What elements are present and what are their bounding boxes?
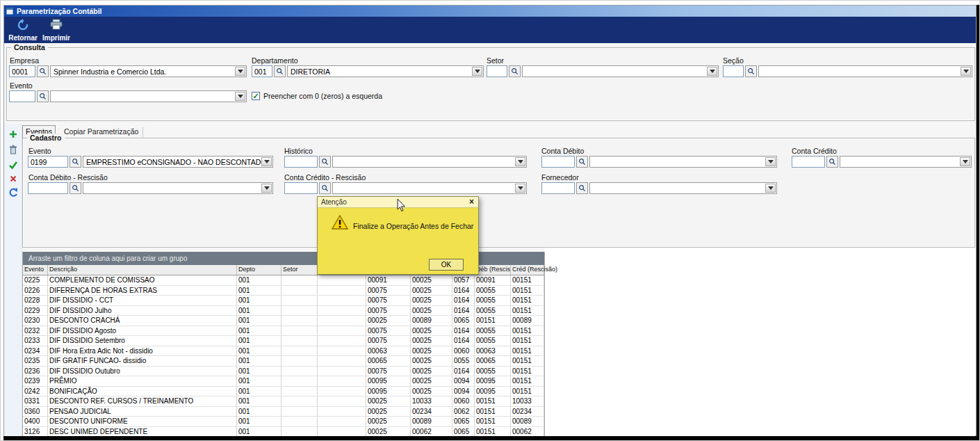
conta-debito-search-button[interactable] [576,156,588,168]
grid-cell: 00025 [411,275,452,285]
conta-debito-code-input[interactable] [541,156,575,168]
grid-body: 0225COMPLEMENTO DE COMISSAO0010009100025… [23,275,544,437]
conta-credito-rescisao-combo[interactable] [332,182,527,194]
table-row[interactable]: 0239PRÊMIO001000950002500940009500151 [23,376,544,387]
grid-cell [318,387,366,396]
consulta-evento-combo[interactable] [50,90,247,102]
grid-header-cell[interactable]: Setor [281,265,318,275]
grid-cell: 001 [237,286,281,296]
grid-cell [318,306,366,316]
historico-search-button[interactable] [319,156,331,168]
grid-cell: 001 [237,316,281,326]
empresa-search-button[interactable] [37,65,49,77]
table-row[interactable]: 3126DESC UNIMED DEPENDENTE00100025000620… [23,427,544,438]
ok-button[interactable]: OK [429,259,464,271]
imprimir-button[interactable]: Imprimir [40,17,72,42]
setor-combo[interactable] [522,65,719,77]
grid-cell: 0234 [23,346,48,356]
confirm-button[interactable] [7,159,19,171]
conta-credito-rescisao-search-button[interactable] [319,182,331,194]
cadastro-evento-combo[interactable]: EMPRESTIMO eCONSIGNADO - NAO DESCONTADO [83,156,273,168]
table-row[interactable]: 0234DIF Hora Extra Adic Not - dissidio00… [23,346,544,357]
table-row[interactable]: 0228DIF DISSIDIO - CCT001000750002501640… [23,296,544,306]
grid-cell [281,427,318,437]
grid-cell: 00025 [411,326,452,336]
table-row[interactable]: 0236DIF DISSIDIO Outubro0010007500025016… [23,367,544,377]
historico-code-input[interactable] [284,156,318,168]
grid-header-cell[interactable]: Descrição [48,265,237,275]
historico-combo[interactable] [332,156,527,168]
grid-cell: 00075 [366,306,411,316]
grid-cell [318,326,366,336]
secao-search-button[interactable] [745,65,757,77]
departamento-search-button[interactable] [274,65,286,77]
grid-cell: 0094 [452,387,475,396]
fornecedor-code-input[interactable] [541,182,575,194]
grid-cell: 001 [237,356,281,366]
grid-cell: 001 [237,376,281,386]
grid-cell [281,316,318,326]
undo-button[interactable] [7,186,19,198]
grid-header-cell[interactable]: Déb (Rescisão) [475,265,511,275]
table-row[interactable]: 0400DESCONTO UNIFORME0010002500089006500… [23,417,544,427]
cadastro-evento-search-button[interactable] [70,156,81,168]
setor-search-button[interactable] [509,65,521,77]
grid-cell: 00075 [366,296,411,305]
conta-credito-search-button[interactable] [826,156,838,168]
table-row[interactable]: 0232DIF DISSIDIO Agosto00100075000250164… [23,326,544,337]
secao-code-input[interactable] [723,65,744,77]
fornecedor-combo[interactable] [589,182,777,194]
departamento-combo[interactable]: DIRETORIA [287,65,484,77]
historico-label: Histórico [284,147,313,155]
grid-cell: 0228 [23,296,48,305]
conta-debito-rescisao-code-input[interactable] [28,182,68,194]
grid-cell: 00151 [511,275,544,285]
table-row[interactable]: 0226DIFERENÇA DE HORAS EXTRAS00100075000… [23,286,544,296]
conta-debito-combo[interactable] [589,156,777,168]
delete-button[interactable] [7,143,19,156]
fornecedor-search-button[interactable] [576,182,588,194]
conta-credito-code-input[interactable] [792,156,825,168]
table-row[interactable]: 0229DIF DISSIDIO Julho001000750002501640… [23,306,544,316]
eventos-grid: Arraste um filtro de coluna aqui para cr… [22,252,545,437]
conta-credito-combo[interactable] [840,156,972,168]
conta-credito-rescisao-label: Conta Crédito - Rescisão [284,173,366,182]
grid-header-cell[interactable]: Créd (Rescisão) [511,265,544,275]
tab-copiar-parametrizacao[interactable]: Copiar Parametrização [60,127,143,138]
consulta-evento-code-input[interactable] [9,90,35,102]
grid-cell: 00025 [411,356,452,366]
table-row[interactable]: 0233DIF DISSIDIO Setembro001000750002501… [23,336,544,346]
conta-credito-label: Conta Crédito [792,147,837,155]
grid-cell: 001 [237,346,281,356]
grid-header-cell[interactable]: Evento [23,265,48,275]
departamento-code-input[interactable] [252,65,272,77]
chevron-down-icon [261,184,272,193]
setor-code-input[interactable] [487,65,507,77]
checkbox-box: ✓ [252,92,260,100]
table-row[interactable]: 0242BONIFICAÇÃO0010009500025009400095001… [23,387,544,397]
table-row[interactable]: 0235DIF GRATIF FUNCAO- dissidio001000650… [23,356,544,367]
table-row[interactable]: 0225COMPLEMENTO DE COMISSAO0010009100025… [23,275,544,286]
conta-debito-rescisao-combo[interactable] [83,182,273,194]
table-row[interactable]: 0230DESCONTO CRACHÁ001000250008900650015… [23,316,544,326]
grid-cell: 00091 [366,275,411,285]
secao-combo[interactable] [758,65,972,77]
retornar-button[interactable]: Retornar [7,17,39,42]
conta-debito-rescisao-search-button[interactable] [70,182,81,194]
grid-cell: 00151 [511,387,544,396]
table-row[interactable]: 0360PENSAO JUDICIAL001000250023400620015… [23,407,544,417]
add-button[interactable] [7,128,19,141]
grid-cell: 00151 [511,286,544,296]
consulta-evento-search-button[interactable] [37,90,49,102]
grid-cell: 001 [237,396,281,406]
grid-header-cell[interactable]: Depto [237,265,281,275]
preencher-zeros-checkbox[interactable]: ✓ Preencher com 0 (zeros) a esquerda [252,92,382,100]
empresa-code-input[interactable] [9,65,35,77]
empresa-combo[interactable]: Spinner Industria e Comercio Ltda. [50,65,247,77]
cadastro-evento-code-input[interactable] [28,156,68,168]
table-row[interactable]: 0331DESCONTO REF. CURSOS / TREINAMENTO00… [23,396,544,407]
dialog-close-button[interactable]: × [467,198,476,207]
grid-cell: 00151 [475,396,511,406]
conta-credito-rescisao-code-input[interactable] [284,182,318,194]
cancel-button[interactable] [7,173,19,185]
